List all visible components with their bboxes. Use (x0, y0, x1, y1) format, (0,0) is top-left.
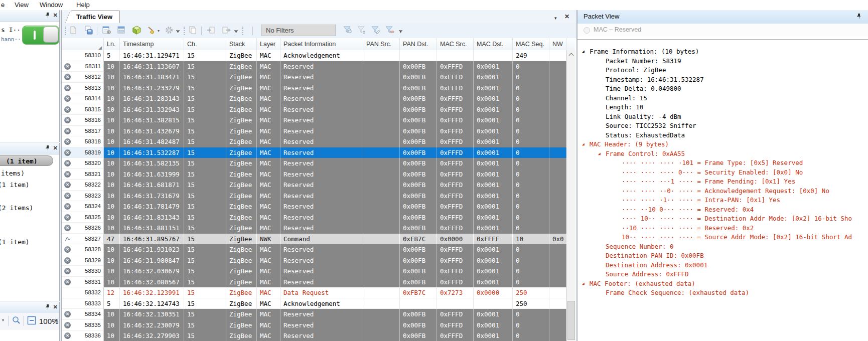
table-row-58332[interactable]: 583321216:46:32.12399115ZigBeeMACData Re… (62, 287, 566, 298)
settings-gear-icon[interactable] (165, 26, 175, 36)
close-icon[interactable]: ✕ (53, 303, 58, 310)
open-packet-icon[interactable] (69, 26, 79, 36)
tree-expander-icon[interactable]: ◢ (598, 149, 601, 159)
tree-expander-icon[interactable]: ◢ (582, 279, 585, 289)
table-row-58312[interactable]: ✕583121016:46:31.18347115ZigBeeMACReserv… (62, 72, 566, 83)
tree-node[interactable]: Length: 10 (577, 103, 868, 112)
tree-node[interactable]: ◢Frame Control: 0xAA55 (577, 149, 868, 159)
filter-combobox[interactable]: No Filters (261, 25, 336, 36)
column-header-packet-information[interactable]: Packet Information (280, 38, 363, 50)
zoom-fit-icon[interactable] (12, 316, 21, 325)
tree-node[interactable]: Frame Check Sequence: (exhausted data) (577, 288, 868, 298)
column-header-timestamp[interactable]: Timestamp (120, 38, 184, 50)
table-row-58325[interactable]: ✕583251016:46:31.83134315ZigBeeMACReserv… (62, 212, 566, 223)
tree-node[interactable]: ◢MAC Footer: (exhausted data) (577, 279, 868, 289)
tree-node[interactable]: ◢MAC Header: (9 bytes) (577, 140, 868, 149)
pin-icon[interactable] (45, 145, 50, 151)
column-header-pan-src-[interactable]: PAN Src. (363, 38, 400, 50)
tree-node[interactable]: ··10 ···· ···· ···· = Reserved: 0x2 (577, 224, 868, 233)
pin-icon[interactable] (45, 12, 50, 18)
zoom-out-icon[interactable] (27, 316, 36, 325)
tree-node[interactable]: Channel: 15 (577, 94, 868, 103)
tree-node[interactable]: Destination PAN ID: 0x00FB (577, 251, 868, 261)
close-icon[interactable]: ✕ (53, 12, 58, 19)
column-header-layer[interactable]: Layer (257, 38, 280, 50)
column-header-ln-[interactable]: Ln. (104, 38, 120, 50)
tree-node[interactable]: ···· ···· ··0· ···· = Acknowledgement Re… (577, 187, 868, 196)
column-header-mac-src-[interactable]: MAC Src. (437, 38, 474, 50)
tree-node[interactable]: Status: ExhaustedData (577, 131, 868, 140)
table-row-58316[interactable]: ✕583161016:46:31.38281515ZigBeeMACReserv… (62, 115, 566, 126)
enable-toggle-switch[interactable] (22, 26, 59, 45)
table-row-58324[interactable]: ✕583241016:46:31.78147915ZigBeeMACReserv… (62, 201, 566, 212)
table-row-58322[interactable]: ✕583221016:46:31.68187115ZigBeeMACReserv… (62, 180, 566, 191)
group-item[interactable]: (2 items) (0, 204, 33, 212)
group-item[interactable]: (1 item) (0, 181, 30, 189)
tree-expander-icon[interactable]: ◢ (582, 140, 585, 149)
clear-broom-icon[interactable] (147, 26, 157, 36)
table-row-58328[interactable]: ✕583281016:46:31.93102315ZigBeeMACReserv… (62, 244, 566, 255)
table-row-58310[interactable]: 58310516:46:31.12947115ZigBeeMACAcknowle… (62, 50, 566, 61)
tree-node[interactable]: Source: TICC2532 Sniffer (577, 121, 868, 131)
pin-icon[interactable] (856, 13, 861, 19)
filter-remove-icon[interactable] (385, 26, 395, 36)
menu-item-file-truncated[interactable]: e (1, 1, 5, 10)
chevron-down-icon[interactable]: ▾ (2, 318, 4, 322)
column-header-ch-[interactable]: Ch. (184, 38, 226, 50)
tree-node[interactable]: ···· 10·· ···· ···· = Destination Addr M… (577, 214, 868, 224)
filter-dots-icon[interactable] (357, 26, 367, 36)
tree-node[interactable]: Packet Number: 58319 (577, 57, 868, 66)
table-row-58331[interactable]: ✕583311016:46:32.08056715ZigBeeMACReserv… (62, 277, 566, 288)
import-packets-icon[interactable] (206, 26, 216, 36)
table-row-58326[interactable]: ✕583261016:46:31.88115115ZigBeeMACReserv… (62, 223, 566, 234)
tree-node[interactable]: ···· ···· ·1·· ···· = Intra-PAN: [0x1] Y… (577, 196, 868, 205)
vertical-scrollbar[interactable] (566, 50, 575, 341)
tree-node[interactable]: ◢Frame Information: (10 bytes) (577, 47, 868, 57)
toolbar-overflow-icon[interactable]: ▾ (54, 319, 58, 322)
filter-lock-icon[interactable] (343, 26, 353, 36)
save-capture-icon[interactable] (84, 26, 94, 36)
tree-expander-icon[interactable]: ◢ (582, 47, 585, 57)
table-row-58334[interactable]: ✕583341016:46:32.13035115ZigBeeMACReserv… (62, 309, 566, 320)
column-header-mac-dst-[interactable]: MAC Dst. (474, 38, 513, 50)
tab-list-dropdown-icon[interactable]: ▾ (554, 14, 557, 22)
table-row-58321[interactable]: ✕583211016:46:31.63199915ZigBeeMACReserv… (62, 169, 566, 180)
copy-pages-icon[interactable] (188, 26, 198, 36)
tree-node[interactable]: Time Delta: 0.049800 (577, 84, 868, 94)
table-row-58327[interactable]: 583274716:46:31.89576715ZigBeeNWKCommand… (62, 234, 566, 245)
device-list-icon[interactable] (102, 26, 112, 36)
scrollbar-thumb[interactable] (567, 301, 575, 340)
cube-3d-view-icon[interactable] (132, 26, 142, 36)
table-row-58313[interactable]: ✕583131016:46:31.23327915ZigBeeMACReserv… (62, 83, 566, 94)
table-row-58314[interactable]: ✕583141016:46:31.28314315ZigBeeMACReserv… (62, 93, 566, 104)
column-header-pan-dst-[interactable]: PAN Dst. (400, 38, 437, 50)
table-row-58311[interactable]: ✕583111016:46:31.13360715ZigBeeMACReserv… (62, 61, 566, 72)
column-header-nw[interactable]: NW (549, 38, 566, 50)
tree-node[interactable]: ···· ···· ···1 ···· = Frame Pending: [0x… (577, 177, 868, 187)
network-view-icon[interactable] (117, 26, 127, 36)
table-row-58335[interactable]: ✕583351016:46:32.23007915ZigBeeMACReserv… (62, 320, 566, 331)
toolbar-overflow-icon[interactable]: ▾ (399, 30, 402, 33)
chevron-down-icon[interactable]: ▾ (158, 29, 160, 33)
selected-group-badge[interactable]: (1 item) (0, 155, 53, 166)
table-row-58330[interactable]: ✕583301016:46:32.03067915ZigBeeMACReserv… (62, 266, 566, 277)
scrollbar-up-icon[interactable] (567, 50, 575, 59)
column-header-stack[interactable]: Stack (226, 38, 257, 50)
tree-node[interactable]: Link Quality: -4 dBm (577, 112, 868, 122)
tree-node[interactable]: Protocol: ZigBee (577, 66, 868, 75)
tree-node[interactable]: 10·· ···· ···· ···· = Source Addr Mode: … (577, 233, 868, 242)
export-packets-icon[interactable] (221, 26, 231, 36)
tree-node[interactable]: Timestamp: 16:46:31.532287 (577, 75, 868, 85)
column-header-mac-seq-[interactable]: MAC Seq. (513, 38, 549, 50)
table-row-58320[interactable]: ✕583201016:46:31.58213515ZigBeeMACReserv… (62, 158, 566, 169)
column-header-gutter[interactable]: ◢ (62, 38, 104, 50)
tree-node[interactable]: ···· ···· ···· 0··· = Security Enabled: … (577, 168, 868, 178)
pin-icon[interactable] (45, 304, 50, 310)
table-row-58317[interactable]: ✕583171016:46:31.43267915ZigBeeMACReserv… (62, 126, 566, 137)
group-item[interactable]: (1 item) (0, 238, 30, 246)
tree-node[interactable]: ···· ··10 0··· ···· = Reserved: 0x4 (577, 205, 868, 215)
table-row-58323[interactable]: ✕583231016:46:31.73167915ZigBeeMACReserv… (62, 191, 566, 202)
toolbar-overflow-icon[interactable]: ▾ (176, 30, 180, 33)
table-row-58319[interactable]: ✕583191016:46:31.53228715ZigBeeMACReserv… (62, 147, 566, 158)
menu-item-view[interactable]: View (15, 1, 29, 10)
